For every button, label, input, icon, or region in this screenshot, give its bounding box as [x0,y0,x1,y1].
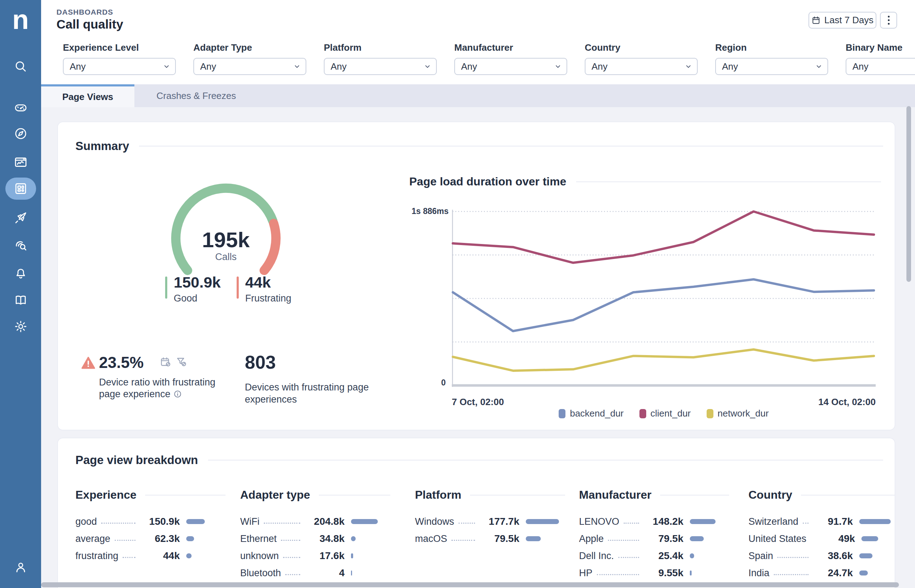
summary-heading: Summary [75,139,129,153]
row-value: 204.8k [304,516,345,527]
breakdown-column-manufacturer: ManufacturerLENOVO148.2kApple79.5kDell I… [579,488,729,582]
row-label: average [75,533,110,544]
legend-item-network_dur[interactable]: network_dur [707,408,769,419]
legend-item-backend_dur[interactable]: backend_dur [559,408,623,419]
row-bar [186,519,205,524]
breakdown-row: Spain38.6k [748,547,896,564]
sidebar-item-compass[interactable] [0,121,41,147]
breakdown-column-title: Manufacturer [579,488,652,502]
filter-selected-value: Any [330,61,424,72]
date-range-button[interactable]: Last 7 Days [808,12,876,29]
filter-select-manufacturer[interactable]: Any [454,58,567,75]
tab-page-views[interactable]: Page Views [41,84,134,107]
row-bar [351,519,378,524]
breakdown-column-title: Adapter type [240,488,310,502]
sidebar-item-metrics-window[interactable] [0,149,41,175]
breakdown-column-title: Platform [415,488,462,502]
row-label: Bluetooth [240,568,281,579]
horizontal-scrollbar[interactable] [41,582,899,587]
docs-book-icon [5,289,36,311]
row-label: Windows [415,516,454,527]
filter-select-binary-name[interactable]: Any [846,58,915,75]
row-bar [351,536,356,541]
filter-select-experience-level[interactable]: Any [63,58,176,75]
filter-binary-name: Binary NameAny [846,42,915,75]
chart-legend: backend_durclient_durnetwork_dur [452,408,876,419]
good-value: 150.9k [174,274,221,291]
calendar-icon [811,16,821,25]
dashboards-grid-icon [5,178,36,200]
tab-crashes-freezes[interactable]: Crashes & Freezes [134,84,258,107]
breakdown-row: frustrating44k [75,547,225,564]
more-options-button[interactable] [880,12,897,29]
filter-experience-level: Experience LevelAny [63,42,176,75]
sidebar-item-anomaly-search[interactable] [0,232,41,258]
row-label: unknown [240,551,279,562]
row-label: Ethernet [240,533,277,544]
date-range-label: Last 7 Days [824,15,873,26]
row-label: macOS [415,533,447,544]
row-bar [526,536,541,541]
dotted-leader [803,523,808,524]
settings-gear-icon [5,315,36,338]
row-value: 38.6k [813,550,853,562]
legend-item-client_dur[interactable]: client_dur [640,408,691,419]
row-label: Apple [579,533,604,544]
sidebar-item-rocket[interactable] [0,205,41,231]
row-label: Dell Inc. [579,551,614,562]
sidebar-item-search[interactable] [0,53,41,79]
good-label: Good [174,293,197,304]
breakdown-row: LENOVO148.2k [579,513,729,530]
filter-country: CountryAny [585,42,698,75]
sidebar-item-dashboard-gauge[interactable] [0,94,41,120]
legend-label: client_dur [651,408,691,419]
breakdown-row: Switzerland91.7k [748,513,896,530]
dotted-leader [283,557,300,558]
row-value: 24.7k [813,567,853,579]
row-bar [862,536,878,541]
filter-region: RegionAny [715,42,828,75]
sidebar-item-alerts-bell[interactable] [0,261,41,286]
filter-label: Adapter Type [193,42,306,53]
vertical-scrollbar[interactable] [907,106,911,282]
info-icon[interactable] [173,389,182,401]
filter-select-region[interactable]: Any [715,58,828,75]
chevron-down-icon [685,63,692,70]
header: DASHBOARDS Call quality Last 7 Days Expe… [41,0,915,84]
sidebar-item-settings-gear[interactable] [0,313,41,339]
legend-swatch [640,409,646,418]
filter-select-platform[interactable]: Any [324,58,437,75]
dotted-leader [115,540,136,541]
legend-swatch [707,409,713,418]
row-bar [690,570,692,575]
chevron-down-icon [163,63,170,70]
breakdown-heading: Page view breakdown [75,453,198,467]
row-label: LENOVO [579,516,619,527]
dotted-leader [281,540,300,541]
sidebar-item-dashboards-grid[interactable] [0,176,41,202]
filter-selected-value: Any [200,61,293,72]
dotted-leader [618,557,639,558]
breakdown-row: good150.9k [75,513,225,530]
anomaly-search-icon [5,234,36,256]
sidebar-item-user[interactable] [0,554,41,580]
row-value: 4 [304,567,345,579]
breakdown-column-country: CountrySwitzerland91.7kUnited States49kS… [748,488,896,582]
ratio-caption: Device ratio with frustrating page exper… [99,377,215,399]
chevron-down-icon [293,63,301,70]
row-value: 79.5k [479,533,519,544]
filter-selected-value: Any [461,61,554,72]
filter-selected-value: Any [722,61,815,72]
filter-label: Binary Name [846,42,915,53]
filter-label: Platform [324,42,437,53]
dotted-leader [123,557,136,558]
breakdown-row: HP9.55k [579,564,729,582]
line-chart-plot[interactable] [452,209,876,388]
app-logo[interactable]: n [0,3,41,36]
dotted-leader [597,574,639,575]
breakdown-row: average62.3k [75,530,225,547]
sidebar-item-docs-book[interactable] [0,287,41,313]
filter-select-country[interactable]: Any [585,58,698,75]
filter-select-adapter-type[interactable]: Any [193,58,306,75]
row-label: HP [579,568,593,579]
